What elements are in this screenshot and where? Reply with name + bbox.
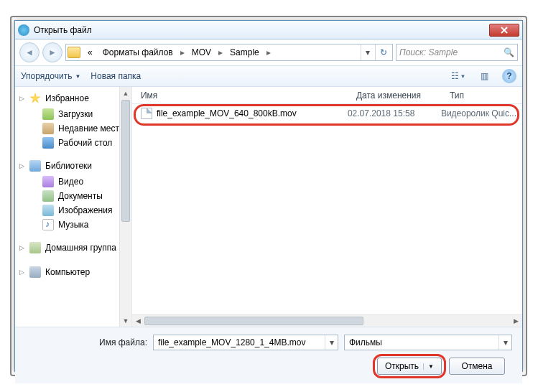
file-icon — [141, 108, 152, 119]
sidebar-item-images[interactable]: Изображения — [17, 203, 131, 218]
computer-icon — [29, 266, 41, 278]
preview-pane-button[interactable]: ▥ — [476, 69, 492, 83]
filter-value[interactable] — [345, 337, 498, 347]
filename-field[interactable] — [154, 337, 325, 347]
desktop-icon — [42, 137, 54, 149]
breadcrumb-item[interactable]: MOV — [187, 47, 215, 57]
chevron-down-icon: ▼ — [75, 73, 80, 80]
file-type: Видеоролик Quic... — [441, 108, 522, 118]
breadcrumb-item[interactable]: Sample — [226, 47, 264, 57]
column-date[interactable]: Дата изменения — [348, 90, 441, 101]
images-icon — [42, 205, 54, 216]
scrollbar-thumb[interactable] — [121, 100, 130, 222]
file-list-pane: Имя Дата изменения Тип file_example_MOV_… — [132, 87, 522, 327]
app-icon — [18, 24, 29, 36]
sidebar-group-libraries[interactable]: ▷Библиотеки — [17, 159, 131, 174]
forward-button[interactable]: ► — [42, 42, 62, 62]
sidebar-item-downloads[interactable]: Загрузки — [17, 107, 131, 121]
breadcrumb-bar[interactable]: « Форматы файлов ▸ MOV ▸ Sample ▸ ▾ ↻ — [65, 44, 393, 61]
scroll-right-icon[interactable]: ▶ — [510, 315, 522, 327]
toolbar: Упорядочить ▼ Новая папка ☷ ▼ ▥ ? — [15, 65, 522, 87]
scroll-left-icon[interactable]: ◀ — [132, 315, 144, 327]
view-options-button[interactable]: ☷ ▼ — [450, 69, 466, 83]
scroll-up-icon[interactable]: ▲ — [120, 87, 131, 99]
disclosure-icon: ▷ — [19, 269, 24, 276]
filename-label: Имя файла: — [25, 337, 147, 347]
disclosure-icon: ▷ — [19, 95, 24, 102]
video-icon — [42, 176, 54, 187]
close-icon — [501, 27, 508, 34]
file-rows: file_example_MOV_640_800kB.mov 02.07.201… — [132, 104, 522, 314]
file-row[interactable]: file_example_MOV_640_800kB.mov 02.07.201… — [132, 104, 522, 120]
file-date: 02.07.2018 15:58 — [348, 108, 441, 118]
music-icon — [42, 219, 54, 230]
disclosure-icon: ▷ — [19, 244, 24, 251]
chevron-right-icon: ▸ — [265, 47, 272, 57]
star-icon — [29, 93, 41, 104]
sidebar-item-recent[interactable]: Недавние места — [17, 121, 131, 136]
documents-icon — [42, 190, 54, 202]
filename-dropdown[interactable]: ▾ — [325, 335, 338, 350]
address-dropdown[interactable]: ▾ — [361, 45, 374, 60]
file-name: file_example_MOV_640_800kB.mov — [157, 108, 297, 118]
filter-dropdown[interactable]: ▾ — [498, 335, 511, 350]
recent-icon — [42, 123, 54, 134]
chevron-right-icon: ▸ — [217, 47, 224, 57]
homegroup-icon — [29, 242, 41, 253]
folder-icon — [68, 47, 80, 58]
sidebar-group-favorites[interactable]: ▷Избранное — [17, 91, 131, 107]
sidebar-item-documents[interactable]: Документы — [17, 189, 131, 203]
open-button[interactable]: Открыть ▼ — [377, 358, 442, 375]
window-title: Открыть файл — [34, 25, 489, 35]
search-icon: 🔍 — [504, 47, 514, 57]
filename-input[interactable]: ▾ — [153, 335, 338, 350]
bottom-panel: Имя файла: ▾ ▾ Открыть ▼ Отмена — [15, 327, 522, 383]
address-row: ◄ ► « Форматы файлов ▸ MOV ▸ Sample ▸ ▾ … — [15, 39, 522, 65]
open-file-dialog: Открыть файл ◄ ► « Форматы файлов ▸ MOV … — [14, 20, 523, 372]
breadcrumb-prefix[interactable]: « — [83, 47, 97, 57]
sidebar: ▷Избранное Загрузки Недавние места Рабоч… — [15, 87, 132, 327]
breadcrumb-item[interactable]: Форматы файлов — [98, 47, 177, 57]
back-button[interactable]: ◄ — [19, 42, 40, 62]
new-folder-button[interactable]: Новая папка — [91, 71, 141, 81]
sidebar-item-video[interactable]: Видео — [17, 174, 131, 189]
scroll-down-icon[interactable]: ▼ — [120, 314, 131, 327]
close-button[interactable] — [489, 24, 519, 37]
sidebar-group-computer[interactable]: ▷Компьютер — [17, 265, 131, 281]
sidebar-group-homegroup[interactable]: ▷Домашняя группа — [17, 241, 131, 256]
chevron-down-icon: ▼ — [423, 363, 434, 370]
column-name[interactable]: Имя — [132, 90, 348, 101]
downloads-icon — [42, 108, 54, 120]
column-headers: Имя Дата изменения Тип — [132, 87, 522, 104]
organize-button[interactable]: Упорядочить ▼ — [21, 71, 80, 81]
help-button[interactable]: ? — [502, 69, 516, 83]
search-placeholder: Поиск: Sample — [399, 47, 458, 57]
refresh-button[interactable]: ↻ — [375, 45, 391, 60]
search-input[interactable]: Поиск: Sample 🔍 — [396, 44, 518, 61]
sidebar-item-desktop[interactable]: Рабочий стол — [17, 136, 131, 150]
filter-select[interactable]: ▾ — [344, 335, 512, 350]
disclosure-icon: ▷ — [19, 162, 24, 169]
sidebar-scrollbar[interactable]: ▲ ▼ — [119, 87, 131, 327]
chevron-right-icon: ▸ — [179, 47, 186, 57]
horizontal-scrollbar[interactable]: ◀ ▶ — [132, 314, 522, 327]
libraries-icon — [29, 160, 41, 172]
cancel-button[interactable]: Отмена — [449, 358, 505, 375]
scrollbar-thumb[interactable] — [144, 317, 363, 325]
sidebar-item-music[interactable]: Музыка — [17, 218, 131, 232]
column-type[interactable]: Тип — [441, 90, 522, 101]
titlebar: Открыть файл — [15, 21, 522, 39]
